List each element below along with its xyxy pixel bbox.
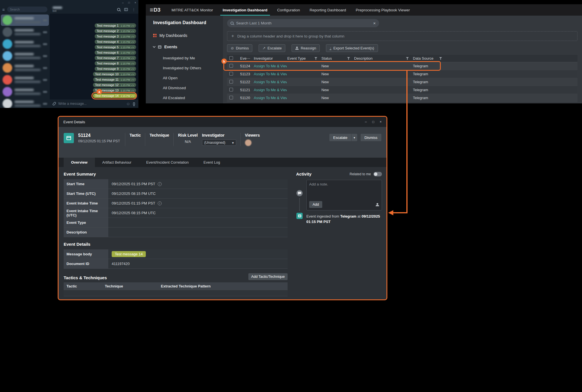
mention-person-icon[interactable] [376, 203, 379, 206]
annotation-marker-a: a [97, 89, 102, 94]
note-input[interactable] [309, 182, 379, 199]
chat-list-item[interactable] [1, 26, 49, 38]
escalate-button[interactable]: Escalate [329, 134, 352, 141]
chat-list-item[interactable] [1, 86, 49, 97]
nav-configuration[interactable]: Configuration [272, 4, 305, 16]
nav-reporting-dashboard[interactable]: Reporting Dashboard [305, 4, 351, 16]
investigator-select[interactable]: (Unassigned) ▾ [202, 139, 236, 146]
read-receipt-icon: ✓✓ [131, 46, 134, 49]
avatar [3, 51, 12, 61]
filter-icon[interactable] [439, 57, 442, 60]
row-checkbox[interactable] [229, 64, 233, 68]
message-text: Test message 12 [95, 83, 119, 87]
telegram-search-input[interactable] [7, 7, 47, 12]
info-icon[interactable]: i [158, 182, 162, 186]
row-checkbox[interactable] [229, 80, 233, 84]
sidebar-item-investigated-by-others[interactable]: Investigated by Others [163, 66, 223, 70]
tab-overview[interactable]: Overview [64, 158, 95, 167]
menu-icon[interactable]: ≡ [2, 7, 5, 12]
kebab-menu-icon[interactable]: ⋮ [132, 7, 136, 12]
table-row[interactable]: 51124 Assign To Me & View New Telegram [227, 62, 577, 70]
col-event-type[interactable]: Event Type [287, 56, 321, 61]
assign-to-me-link[interactable]: Assign To Me & View [253, 88, 287, 92]
info-icon[interactable]: i [158, 201, 162, 205]
event-details-table: Message body Test message 14 Document ID… [64, 249, 288, 269]
close-icon[interactable]: × [134, 1, 136, 4]
assign-to-me-link[interactable]: Assign To Me & View [253, 80, 287, 84]
dismiss-button[interactable]: Dismiss [361, 134, 382, 141]
minimize-icon[interactable]: – [365, 120, 367, 124]
chat-list-item[interactable] [1, 50, 49, 62]
row-checkbox[interactable] [229, 96, 233, 99]
col-event-no[interactable]: Eve⋯ [238, 56, 253, 61]
chat-list-item[interactable] [1, 14, 49, 26]
emoji-icon[interactable]: ☺ [126, 101, 130, 106]
select-all-checkbox[interactable] [229, 56, 233, 60]
col-investigator[interactable]: Investigator [253, 56, 287, 61]
col-extracted-technique-pattern: Extracted Technique Pattern [158, 282, 288, 290]
table-row[interactable]: 51120 Assign To Me & View New Telegram [227, 94, 577, 102]
group-by-dropzone[interactable]: + Drag a column header and drop it here … [227, 31, 577, 41]
sidebar-item-my-dashboards[interactable]: My Dashboards [153, 33, 223, 38]
col-status[interactable]: Status [321, 56, 354, 61]
sidebar-item-all-escalated[interactable]: All Escalated [163, 96, 223, 100]
reassign-button[interactable]: Reassign [292, 44, 320, 52]
events-toolbar: ⊘Dismiss ↗Escalate Reassign ↓Export Sele… [227, 44, 580, 52]
nav-mitre-attack-monitor[interactable]: MITRE ATT&CK Monitor [167, 4, 218, 16]
message-text: Test message 4 [97, 40, 119, 43]
table-row[interactable]: 51121 Assign To Me & View New Telegram [227, 86, 577, 94]
nav-investigation-dashboard[interactable]: Investigation Dashboard [218, 4, 273, 16]
maximize-icon[interactable]: □ [128, 1, 130, 4]
sidebar-item-investigated-by-me[interactable]: Investigated by Me [163, 56, 223, 60]
chat-list-item[interactable] [1, 74, 49, 86]
sidebar-toggle-icon[interactable] [124, 8, 128, 11]
attach-icon[interactable] [52, 101, 56, 106]
col-description[interactable]: Description [354, 56, 412, 61]
sidebar-item-events[interactable]: Events [153, 45, 223, 49]
event-summary-table: Start Time 09/12/2025 01:15 PM PSTi Star… [64, 179, 288, 237]
maximize-icon[interactable]: □ [372, 120, 374, 124]
chat-list-item[interactable] [1, 62, 49, 74]
filter-icon[interactable] [314, 57, 317, 60]
add-tactic-technique-button[interactable]: Add Tactic/Technique [248, 273, 288, 280]
table-row[interactable]: 51123 Assign To Me & View New Telegram [227, 70, 577, 78]
add-note-button[interactable]: Add [309, 201, 322, 208]
message-time: 1:15 PM [120, 57, 130, 60]
mic-icon[interactable] [133, 102, 135, 105]
tab-artifact-behaviour[interactable]: Artifact Behaviour [95, 158, 139, 167]
chat-list-item[interactable] [1, 98, 49, 108]
minimize-icon[interactable]: – [122, 1, 124, 4]
assign-to-me-link[interactable]: Assign To Me & View [253, 96, 287, 100]
sidebar-item-all-open[interactable]: All Open [163, 76, 223, 80]
assign-to-me-link[interactable]: Assign To Me & View [253, 64, 287, 68]
dismiss-button[interactable]: ⊘Dismiss [227, 44, 252, 52]
message-text: Test message 10 [95, 72, 119, 76]
row-checkbox[interactable] [229, 88, 233, 91]
events-search-input[interactable] [236, 21, 371, 25]
avatar [3, 99, 12, 108]
read-receipt-icon: ✓✓ [131, 78, 134, 81]
close-icon[interactable]: × [380, 120, 382, 124]
escalate-button[interactable]: ↗Escalate [259, 44, 285, 52]
message-text: Test message 9 [97, 67, 119, 70]
tab-event-incident-correlation[interactable]: Event/Incident Correlation [139, 158, 196, 167]
sidebar-item-all-dismissed[interactable]: All Dismissed [163, 86, 223, 90]
chat-message: Test message 61:15 PM✓✓ [95, 50, 136, 55]
clear-search-icon[interactable]: × [373, 21, 376, 26]
avatar [3, 39, 12, 49]
escalate-caret-button[interactable]: ▾ [351, 134, 357, 141]
message-input[interactable] [58, 102, 123, 106]
export-button[interactable]: ↓Export Selected Event(s) [326, 44, 378, 52]
tab-event-log[interactable]: Event Log [196, 158, 228, 167]
assign-to-me-link[interactable]: Assign To Me & View [253, 72, 287, 76]
col-data-source[interactable]: Data Source [412, 56, 446, 61]
table-row[interactable]: 51122 Assign To Me & View New Telegram [227, 78, 577, 86]
chat-list-item[interactable] [1, 38, 49, 50]
viewer-avatar [245, 139, 251, 146]
filter-icon[interactable] [347, 57, 350, 60]
filter-icon[interactable] [406, 57, 409, 60]
nav-preprocessing-playbook-viewer[interactable]: Preprocessing Playbook Viewer [351, 4, 415, 16]
related-to-me-toggle[interactable] [373, 172, 382, 176]
row-checkbox[interactable] [229, 72, 233, 76]
search-icon[interactable] [117, 8, 120, 11]
